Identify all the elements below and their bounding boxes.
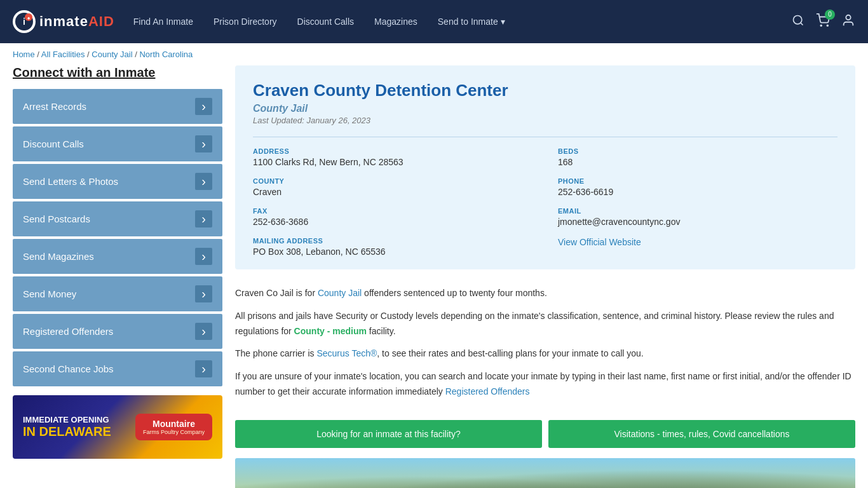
info-mailing: MAILING ADDRESS PO Box 308, Lebanon, NC … bbox=[253, 237, 532, 257]
svg-point-4 bbox=[794, 15, 802, 24]
svg-point-8 bbox=[846, 15, 850, 19]
phone-label: PHONE bbox=[558, 177, 837, 185]
svg-line-5 bbox=[801, 22, 803, 25]
aerial-overlay bbox=[235, 458, 855, 488]
arrow-icon: › bbox=[195, 360, 212, 377]
breadcrumb-state[interactable]: North Carolina bbox=[139, 50, 193, 59]
arrow-icon: › bbox=[195, 248, 212, 265]
sidebar-item-label: Send Letters & Photos bbox=[23, 176, 118, 187]
svg-point-6 bbox=[820, 25, 822, 26]
sidebar-item-label: Send Magazines bbox=[23, 251, 94, 262]
county-medium-link[interactable]: County - medium bbox=[294, 326, 367, 336]
ad-line2: IN DELAWARE bbox=[23, 424, 111, 439]
county-jail-link[interactable]: County Jail bbox=[318, 288, 362, 298]
address-value: 1100 Clarks Rd, New Bern, NC 28563 bbox=[253, 157, 532, 167]
sidebar: Connect with an Inmate Arrest Records › … bbox=[13, 65, 222, 488]
sidebar-advertisement[interactable]: IMMEDIATE OPENING IN DELAWARE Mountaire … bbox=[13, 395, 222, 459]
logo-text: inmateAID bbox=[39, 13, 114, 30]
securus-link[interactable]: Securus Tech® bbox=[316, 348, 377, 358]
sidebar-item-label: Arrest Records bbox=[23, 101, 86, 112]
main-container: Connect with an Inmate Arrest Records › … bbox=[0, 65, 868, 488]
sidebar-item-send-letters[interactable]: Send Letters & Photos › bbox=[13, 164, 222, 199]
sidebar-item-label: Registered Offenders bbox=[23, 326, 113, 337]
action-buttons: Looking for an inmate at this facility? … bbox=[235, 420, 855, 448]
ad-line1: IMMEDIATE OPENING bbox=[23, 415, 111, 424]
arrow-icon: › bbox=[195, 173, 212, 190]
mailing-value: PO Box 308, Lebanon, NC 65536 bbox=[253, 247, 532, 257]
facility-description: Craven Co Jail is for County Jail offend… bbox=[235, 280, 855, 414]
desc-para3: The phone carrier is Securus Tech®, to s… bbox=[235, 346, 855, 362]
sidebar-menu: Arrest Records › Discount Calls › Send L… bbox=[13, 89, 222, 386]
website-link[interactable]: View Official Website bbox=[558, 237, 641, 247]
fax-value: 252-636-3686 bbox=[253, 217, 532, 227]
sidebar-item-label: Second Chance Jobs bbox=[23, 363, 114, 374]
email-label: EMAIL bbox=[558, 207, 837, 215]
find-inmate-button[interactable]: Looking for an inmate at this facility? bbox=[235, 420, 542, 448]
sidebar-item-send-money[interactable]: Send Money › bbox=[13, 276, 222, 311]
ad-brand-name: Mountaire bbox=[143, 419, 205, 429]
info-county: COUNTY Craven bbox=[253, 177, 532, 197]
beds-value: 168 bbox=[558, 157, 837, 167]
ad-brand-logo: Mountaire Farms Poultry Company bbox=[135, 414, 212, 440]
desc-para2: All prisons and jails have Security or C… bbox=[235, 309, 855, 339]
facility-name: Craven County Detention Center bbox=[253, 81, 837, 100]
cart-button[interactable]: 0 bbox=[816, 13, 830, 30]
arrow-icon: › bbox=[195, 135, 212, 152]
arrow-icon: › bbox=[195, 98, 212, 115]
ad-brand-subtitle: Farms Poultry Company bbox=[143, 429, 205, 435]
fax-label: FAX bbox=[253, 207, 532, 215]
logo-icon: i ♠ bbox=[13, 10, 36, 33]
breadcrumb-home[interactable]: Home bbox=[13, 50, 35, 59]
sidebar-item-label: Send Money bbox=[23, 288, 76, 299]
breadcrumb: Home / All Facilities / County Jail / No… bbox=[0, 43, 868, 65]
svg-point-7 bbox=[827, 25, 828, 26]
county-label: COUNTY bbox=[253, 177, 532, 185]
info-phone: PHONE 252-636-6619 bbox=[558, 177, 837, 197]
mailing-label: MAILING ADDRESS bbox=[253, 237, 532, 245]
sidebar-item-send-postcards[interactable]: Send Postcards › bbox=[13, 201, 222, 236]
facility-info-grid: ADDRESS 1100 Clarks Rd, New Bern, NC 285… bbox=[253, 137, 837, 257]
info-beds: BEDS 168 bbox=[558, 147, 837, 167]
sidebar-title: Connect with an Inmate bbox=[13, 65, 222, 80]
nav-find-inmate[interactable]: Find An Inmate bbox=[133, 17, 193, 27]
user-button[interactable] bbox=[841, 13, 855, 30]
email-value: jmonette@cravencountync.gov bbox=[558, 217, 837, 227]
facility-last-updated: Last Updated: January 26, 2023 bbox=[253, 116, 837, 125]
info-fax: FAX 252-636-3686 bbox=[253, 207, 532, 227]
arrow-icon: › bbox=[195, 210, 212, 227]
breadcrumb-county-jail[interactable]: County Jail bbox=[92, 50, 132, 59]
sidebar-item-label: Discount Calls bbox=[23, 139, 84, 149]
desc-para4: If you are unsure of your inmate's locat… bbox=[235, 369, 855, 400]
info-website: View Official Website bbox=[558, 237, 837, 257]
info-address: ADDRESS 1100 Clarks Rd, New Bern, NC 285… bbox=[253, 147, 532, 167]
address-label: ADDRESS bbox=[253, 147, 532, 155]
sidebar-item-discount-calls[interactable]: Discount Calls › bbox=[13, 126, 222, 161]
nav-send-to-inmate[interactable]: Send to Inmate ▾ bbox=[438, 17, 505, 27]
logo[interactable]: i ♠ inmateAID bbox=[13, 10, 114, 33]
search-button[interactable] bbox=[792, 14, 804, 30]
registered-offenders-link[interactable]: Registered Offenders bbox=[445, 386, 530, 396]
phone-value: 252-636-6619 bbox=[558, 187, 837, 197]
county-value: Craven bbox=[253, 187, 532, 197]
facility-aerial-image bbox=[235, 458, 855, 488]
nav-prison-directory[interactable]: Prison Directory bbox=[214, 17, 277, 27]
nav-magazines[interactable]: Magazines bbox=[374, 17, 417, 27]
sidebar-item-arrest-records[interactable]: Arrest Records › bbox=[13, 89, 222, 124]
site-header: i ♠ inmateAID Find An Inmate Prison Dire… bbox=[0, 0, 868, 43]
sidebar-item-second-chance-jobs[interactable]: Second Chance Jobs › bbox=[13, 351, 222, 386]
sidebar-item-registered-offenders[interactable]: Registered Offenders › bbox=[13, 314, 222, 349]
cart-badge: 0 bbox=[825, 10, 835, 20]
facility-type: County Jail bbox=[253, 103, 837, 114]
facility-card: Craven County Detention Center County Ja… bbox=[235, 65, 855, 269]
breadcrumb-all-facilities[interactable]: All Facilities bbox=[41, 50, 85, 59]
ad-text: IMMEDIATE OPENING IN DELAWARE bbox=[23, 415, 111, 439]
desc-para1: Craven Co Jail is for County Jail offend… bbox=[235, 286, 855, 301]
main-content: Craven County Detention Center County Ja… bbox=[235, 65, 855, 488]
arrow-icon: › bbox=[195, 323, 212, 340]
sidebar-item-label: Send Postcards bbox=[23, 214, 90, 224]
beds-label: BEDS bbox=[558, 147, 837, 155]
nav-discount-calls[interactable]: Discount Calls bbox=[297, 17, 354, 27]
info-email: EMAIL jmonette@cravencountync.gov bbox=[558, 207, 837, 227]
visitations-button[interactable]: Visitations - times, rules, Covid cancel… bbox=[548, 420, 855, 448]
sidebar-item-send-magazines[interactable]: Send Magazines › bbox=[13, 239, 222, 274]
